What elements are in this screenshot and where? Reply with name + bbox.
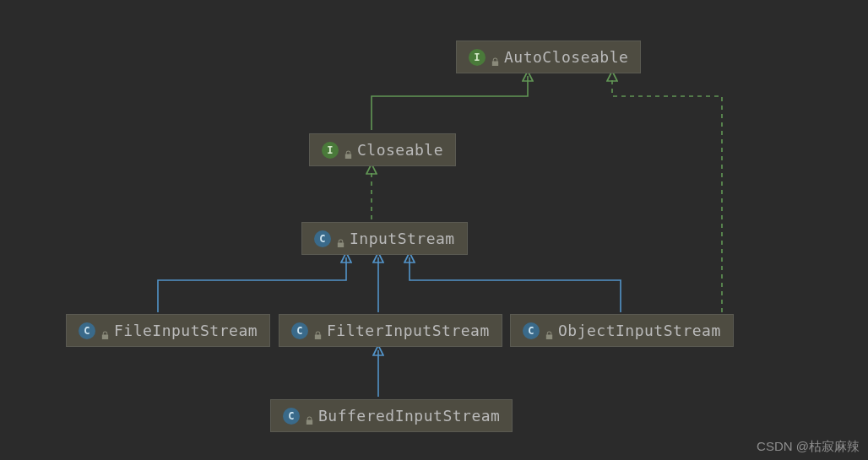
lock-icon [344, 145, 354, 155]
node-label: Closeable [357, 141, 443, 159]
node-label: BufferedInputStream [318, 407, 500, 425]
lock-icon [100, 326, 111, 336]
lock-icon [545, 326, 555, 336]
node-bufferedinputstream[interactable]: C BufferedInputStream [270, 399, 513, 432]
node-autocloseable[interactable]: I AutoCloseable [456, 41, 641, 73]
node-filterinputstream[interactable]: C FilterInputStream [279, 314, 502, 347]
lock-icon [305, 411, 315, 421]
class-icon: C [291, 322, 308, 339]
lock-icon [336, 234, 346, 244]
node-inputstream[interactable]: C InputStream [301, 222, 468, 255]
class-icon: C [283, 408, 300, 425]
watermark-text: CSDN @枯寂麻辣 [757, 439, 860, 455]
node-label: InputStream [350, 230, 455, 247]
abstract-class-icon: C [314, 230, 331, 247]
lock-icon [491, 52, 501, 62]
node-closeable[interactable]: I Closeable [309, 133, 456, 166]
interface-icon: I [469, 49, 486, 66]
edge-fileis-inputstream [158, 257, 346, 312]
node-label: FileInputStream [114, 322, 258, 339]
edge-objectis-inputstream [410, 257, 621, 312]
node-label: ObjectInputStream [558, 322, 721, 339]
node-label: FilterInputStream [327, 322, 490, 339]
edge-closeable-autocloseable [372, 76, 528, 130]
lock-icon [313, 326, 323, 336]
node-objectinputstream[interactable]: C ObjectInputStream [510, 314, 734, 347]
node-label: AutoCloseable [504, 48, 628, 66]
interface-icon: I [322, 142, 339, 159]
class-icon: C [79, 322, 95, 339]
node-fileinputstream[interactable]: C FileInputStream [66, 314, 270, 347]
class-icon: C [523, 322, 540, 339]
edge-objectis-autocloseable [612, 76, 722, 312]
